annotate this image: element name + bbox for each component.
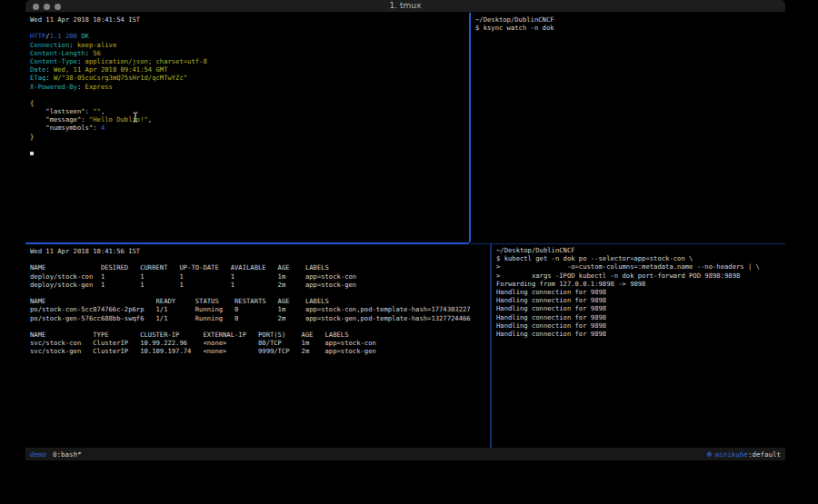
terminal-line: $ ksync watch -n dok [475,24,783,32]
terminal-line: X-Powered-By: Express [30,83,468,91]
terminal-line: > xargs -IPOD kubectl -n dok port-forwar… [496,272,783,280]
terminal-line [30,255,489,263]
terminal-line: NAME DESIRED CURRENT UP-TO-DATE AVAILABL… [30,263,489,272]
terminal-line: Wed 11 Apr 2018 10:41:56 IST [30,247,489,255]
terminal-line: NAME TYPE CLUSTER-IP EXTERNAL-IP PORT(S)… [30,331,489,339]
terminal-line [30,24,468,32]
terminal-line: $ kubectl get -n dok po --selector=app=s… [496,254,783,262]
pane-http-response[interactable]: Wed 11 Apr 2018 10:41:54 ISTHTTP/1.1 200… [30,15,468,157]
terminal-line: NAME READY STATUS RESTARTS AGE LABELS [30,297,489,305]
terminal-line: Handling connection for 9898 [496,304,783,312]
terminal-line: deploy/stock-con 1 1 1 1 1m app=stock-co… [30,272,489,281]
pane-port-forward[interactable]: ~/Desktop/DublinCNCF$ kubectl get -n dok… [496,246,783,338]
pane-divider-vertical-top[interactable] [469,13,471,242]
terminal-line: po/stock-gen-576cc688bb-swqf6 1/1 Runnin… [30,314,489,322]
window-title: 1. tmux [25,0,785,12]
mouse-ibeam-cursor [132,112,139,123]
traffic-lights [33,4,61,10]
terminal-line: ~/Desktop/DublinCNCF [475,15,783,24]
terminal-line: po/stock-con-5cc874766c-2p6rp 1/1 Runnin… [30,305,489,313]
window-titlebar[interactable]: 1. tmux [25,0,785,13]
terminal-line: Content-Type: application/json; charset=… [30,57,468,65]
terminal-line: svc/stock-con ClusterIP 10.99.222.96 <no… [30,339,489,347]
pane-divider-horizontal-active[interactable] [25,242,469,244]
terminal-line: Handling connection for 9898 [496,313,783,321]
terminal-line: "lastseen": "", [30,107,468,115]
terminal-line: deploy/stock-gen 1 1 1 1 2m app=stock-ge… [30,281,489,289]
pane-kubectl-get[interactable]: Wed 11 Apr 2018 10:41:56 ISTNAME DESIRED… [30,247,489,355]
terminal-line: Content-Length: 56 [30,49,468,57]
terminal-line: Date: Wed, 11 Apr 2018 09:41:54 GMT [30,65,468,74]
close-button[interactable] [33,4,39,10]
terminal-line [30,289,489,297]
minimize-button[interactable] [44,4,50,10]
terminal-line: Handling connection for 9898 [496,330,783,338]
terminal-line: Connection: keep-alive [30,41,468,49]
terminal-line: Forwarding from 127.0.0.1:9898 -> 9898 [496,280,783,288]
kubernetes-icon: ☸ [706,450,713,459]
terminal-line: "numsymbols": 4 [30,124,468,132]
terminal-line: Handling connection for 9898 [496,296,783,304]
terminal-line: } [30,133,468,141]
terminal-line: Handling connection for 9898 [496,321,783,330]
tmux-terminal: Wed 11 Apr 2018 10:41:54 ISTHTTP/1.1 200… [25,13,785,448]
terminal-line [30,91,468,99]
pane-divider-vertical-bottom[interactable] [490,244,492,448]
terminal-line: { [30,99,468,107]
terminal-line [30,141,468,149]
fullscreen-button[interactable] [55,4,61,10]
terminal-line [30,322,489,331]
tmux-session-name: demo [30,450,46,459]
kube-namespace-label: :default [748,450,781,459]
terminal-line: ~/Desktop/DublinCNCF [496,246,783,254]
pane-ksync-watch[interactable]: ~/Desktop/DublinCNCF$ ksync watch -n dok [475,15,783,32]
terminal-line: HTTP/1.1 200 OK [30,32,468,40]
terminal-line: "message": "Hello Dublin!", [30,115,468,124]
tmux-status-bar: demo 0:bash* ☸ minikube :default [25,448,785,460]
terminal-window: 1. tmux Wed 11 Apr 2018 10:41:54 ISTHTTP… [25,0,785,460]
terminal-line: Handling connection for 9898 [496,288,783,296]
terminal-line: Wed 11 Apr 2018 10:41:54 IST [30,15,468,24]
tmux-window-item[interactable]: 0:bash* [53,450,82,459]
pane-divider-horizontal-dim[interactable] [471,243,785,244]
terminal-line: svc/stock-gen ClusterIP 10.109.197.74 <n… [30,347,489,355]
terminal-line [30,149,468,157]
kube-context-label: minikube [715,450,748,459]
terminal-line: > -o=custom-columns=:metadata.name --no-… [496,262,783,271]
terminal-line: ETag: W/"38-05coCsrg3mQ75sHr1d/qcMTwYZc" [30,74,468,82]
